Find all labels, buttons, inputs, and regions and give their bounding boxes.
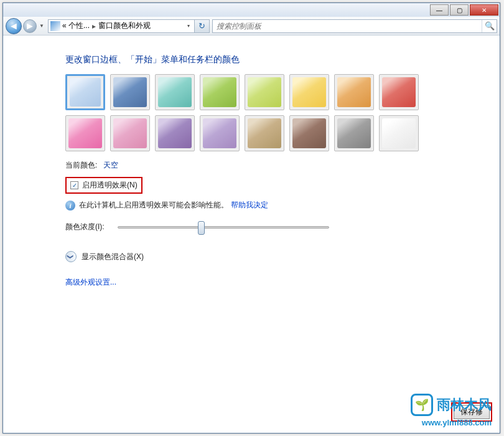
navbar: ◄ ► ▼ « 个性... ▸ 窗口颜色和外观 ▾ ↻ 🔍	[3, 17, 500, 36]
watermark-url: www.ylmf888.com	[422, 418, 492, 427]
nav-history-dropdown[interactable]: ▼	[38, 19, 45, 33]
swatch-sun[interactable]	[289, 74, 329, 110]
window-frame: — ▢ ✕ ◄ ► ▼ « 个性... ▸ 窗口颜色和外观 ▾ ↻ 🔍 更改窗口…	[2, 2, 500, 434]
swatch-lavender[interactable]	[200, 115, 240, 151]
intensity-row: 颜色浓度(I):	[65, 222, 500, 232]
swatch-blush[interactable]	[110, 115, 150, 151]
swatch-leaf[interactable]	[200, 74, 240, 110]
current-color-row: 当前颜色: 天空	[65, 160, 500, 171]
swatch-slate[interactable]	[334, 115, 374, 151]
color-swatches	[65, 74, 500, 151]
transparency-checkbox[interactable]: ✓	[70, 181, 78, 189]
close-button[interactable]: ✕	[470, 4, 498, 16]
current-color-label: 当前颜色:	[65, 160, 97, 171]
info-row: i 在此计算机上启用透明效果可能会影响性能。 帮助我决定	[65, 200, 500, 211]
address-dropdown[interactable]: ▾	[183, 23, 194, 29]
page-title: 更改窗口边框、「开始」菜单和任务栏的颜色	[65, 54, 500, 65]
info-icon: i	[65, 201, 75, 211]
transparency-highlight: ✓ 启用透明效果(N)	[65, 177, 142, 194]
swatch-pumpkin[interactable]	[334, 74, 374, 110]
watermark-icon: 🌱	[411, 394, 433, 416]
transparency-row: ✓ 启用透明效果(N)	[65, 177, 500, 194]
mixer-label[interactable]: 显示颜色混合器(X)	[82, 252, 144, 262]
intensity-label: 颜色浓度(I):	[65, 222, 118, 232]
titlebar: — ▢ ✕	[3, 3, 500, 17]
breadcrumb-separator: ▸	[90, 22, 98, 31]
swatch-lime[interactable]	[245, 74, 284, 110]
swatch-ruby[interactable]	[379, 74, 419, 110]
swatch-taupe[interactable]	[245, 115, 284, 151]
swatch-violet[interactable]	[155, 115, 195, 151]
swatch-chocolate[interactable]	[289, 115, 329, 151]
swatch-fuchsia[interactable]	[65, 115, 105, 151]
current-color-name: 天空	[103, 160, 118, 171]
advanced-appearance-link[interactable]: 高级外观设置...	[65, 277, 500, 288]
search-icon[interactable]: 🔍	[482, 20, 497, 32]
content-area: 更改窗口边框、「开始」菜单和任务栏的颜色 当前颜色: 天空 ✓	[3, 36, 500, 288]
swatch-sky[interactable]	[65, 74, 105, 110]
info-text: 在此计算机上启用透明效果可能会影响性能。	[79, 200, 228, 211]
minimize-button[interactable]: —	[430, 4, 449, 16]
swatch-twilight[interactable]	[110, 74, 150, 110]
help-decide-link[interactable]: 帮助我决定	[231, 200, 268, 211]
nav-back-button[interactable]: ◄	[6, 18, 22, 34]
chevron-down-icon[interactable]: ❯	[65, 251, 77, 262]
watermark-text: 雨林木风	[437, 396, 492, 414]
control-panel-icon	[50, 21, 60, 31]
intensity-slider-thumb[interactable]	[198, 221, 205, 235]
mixer-row[interactable]: ❯ 显示颜色混合器(X)	[65, 251, 500, 262]
watermark: 🌱 雨林木风	[411, 394, 492, 416]
refresh-button[interactable]: ↻	[195, 19, 210, 33]
transparency-label[interactable]: 启用透明效果(N)	[82, 180, 138, 191]
search-input[interactable]	[213, 22, 482, 31]
search-box[interactable]: 🔍	[212, 19, 497, 33]
breadcrumb-current[interactable]: 窗口颜色和外观	[98, 21, 151, 31]
maximize-button[interactable]: ▢	[450, 4, 469, 16]
nav-forward-button[interactable]: ►	[23, 19, 37, 33]
intensity-slider[interactable]	[118, 226, 329, 229]
breadcrumb-parent[interactable]: « 个性...	[62, 21, 90, 31]
swatch-sea[interactable]	[155, 74, 195, 110]
address-bar[interactable]: « 个性... ▸ 窗口颜色和外观 ▾	[48, 19, 195, 33]
swatch-frost[interactable]	[379, 115, 419, 151]
